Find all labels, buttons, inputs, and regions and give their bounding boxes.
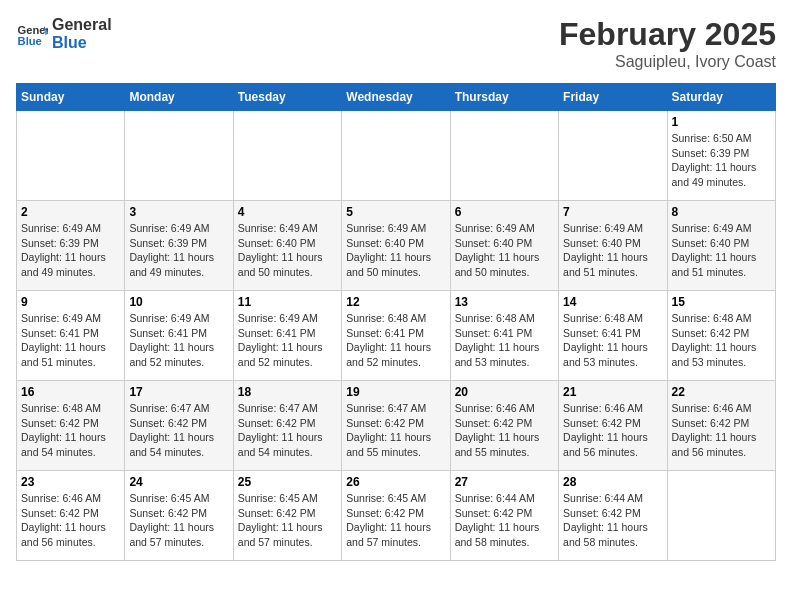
day-number: 11 (238, 295, 337, 309)
calendar-cell: 1Sunrise: 6:50 AM Sunset: 6:39 PM Daylig… (667, 111, 775, 201)
title-area: February 2025 Saguipleu, Ivory Coast (559, 16, 776, 71)
calendar-header-sunday: Sunday (17, 84, 125, 111)
day-info: Sunrise: 6:50 AM Sunset: 6:39 PM Dayligh… (672, 131, 771, 190)
day-info: Sunrise: 6:45 AM Sunset: 6:42 PM Dayligh… (129, 491, 228, 550)
day-info: Sunrise: 6:48 AM Sunset: 6:42 PM Dayligh… (21, 401, 120, 460)
day-number: 21 (563, 385, 662, 399)
day-number: 25 (238, 475, 337, 489)
calendar-cell: 9Sunrise: 6:49 AM Sunset: 6:41 PM Daylig… (17, 291, 125, 381)
calendar-cell (342, 111, 450, 201)
calendar-cell: 10Sunrise: 6:49 AM Sunset: 6:41 PM Dayli… (125, 291, 233, 381)
day-info: Sunrise: 6:46 AM Sunset: 6:42 PM Dayligh… (563, 401, 662, 460)
day-number: 24 (129, 475, 228, 489)
calendar-cell: 21Sunrise: 6:46 AM Sunset: 6:42 PM Dayli… (559, 381, 667, 471)
day-number: 19 (346, 385, 445, 399)
day-info: Sunrise: 6:47 AM Sunset: 6:42 PM Dayligh… (129, 401, 228, 460)
calendar-header-tuesday: Tuesday (233, 84, 341, 111)
calendar-cell: 8Sunrise: 6:49 AM Sunset: 6:40 PM Daylig… (667, 201, 775, 291)
svg-text:General: General (18, 24, 48, 36)
calendar-header-thursday: Thursday (450, 84, 558, 111)
calendar-cell: 4Sunrise: 6:49 AM Sunset: 6:40 PM Daylig… (233, 201, 341, 291)
calendar-cell (450, 111, 558, 201)
day-number: 7 (563, 205, 662, 219)
day-info: Sunrise: 6:48 AM Sunset: 6:41 PM Dayligh… (563, 311, 662, 370)
day-info: Sunrise: 6:49 AM Sunset: 6:39 PM Dayligh… (21, 221, 120, 280)
day-info: Sunrise: 6:49 AM Sunset: 6:41 PM Dayligh… (238, 311, 337, 370)
day-number: 13 (455, 295, 554, 309)
day-number: 2 (21, 205, 120, 219)
calendar-week-row: 9Sunrise: 6:49 AM Sunset: 6:41 PM Daylig… (17, 291, 776, 381)
day-number: 20 (455, 385, 554, 399)
location-title: Saguipleu, Ivory Coast (559, 53, 776, 71)
calendar-cell: 14Sunrise: 6:48 AM Sunset: 6:41 PM Dayli… (559, 291, 667, 381)
calendar-cell: 13Sunrise: 6:48 AM Sunset: 6:41 PM Dayli… (450, 291, 558, 381)
day-number: 26 (346, 475, 445, 489)
page-header: General Blue General Blue February 2025 … (16, 16, 776, 71)
day-number: 9 (21, 295, 120, 309)
calendar-week-row: 16Sunrise: 6:48 AM Sunset: 6:42 PM Dayli… (17, 381, 776, 471)
calendar-cell: 25Sunrise: 6:45 AM Sunset: 6:42 PM Dayli… (233, 471, 341, 561)
day-info: Sunrise: 6:47 AM Sunset: 6:42 PM Dayligh… (346, 401, 445, 460)
day-number: 28 (563, 475, 662, 489)
day-number: 27 (455, 475, 554, 489)
calendar-cell: 18Sunrise: 6:47 AM Sunset: 6:42 PM Dayli… (233, 381, 341, 471)
logo-general: General (52, 16, 112, 34)
day-info: Sunrise: 6:49 AM Sunset: 6:40 PM Dayligh… (672, 221, 771, 280)
calendar-week-row: 2Sunrise: 6:49 AM Sunset: 6:39 PM Daylig… (17, 201, 776, 291)
day-info: Sunrise: 6:44 AM Sunset: 6:42 PM Dayligh… (563, 491, 662, 550)
calendar-cell: 17Sunrise: 6:47 AM Sunset: 6:42 PM Dayli… (125, 381, 233, 471)
logo-icon: General Blue (16, 18, 48, 50)
day-number: 22 (672, 385, 771, 399)
day-info: Sunrise: 6:45 AM Sunset: 6:42 PM Dayligh… (346, 491, 445, 550)
day-info: Sunrise: 6:46 AM Sunset: 6:42 PM Dayligh… (455, 401, 554, 460)
day-number: 23 (21, 475, 120, 489)
day-info: Sunrise: 6:48 AM Sunset: 6:42 PM Dayligh… (672, 311, 771, 370)
calendar-cell: 16Sunrise: 6:48 AM Sunset: 6:42 PM Dayli… (17, 381, 125, 471)
day-info: Sunrise: 6:49 AM Sunset: 6:40 PM Dayligh… (563, 221, 662, 280)
day-number: 1 (672, 115, 771, 129)
day-info: Sunrise: 6:46 AM Sunset: 6:42 PM Dayligh… (672, 401, 771, 460)
day-number: 3 (129, 205, 228, 219)
day-number: 12 (346, 295, 445, 309)
day-info: Sunrise: 6:47 AM Sunset: 6:42 PM Dayligh… (238, 401, 337, 460)
calendar-cell: 27Sunrise: 6:44 AM Sunset: 6:42 PM Dayli… (450, 471, 558, 561)
calendar-header-monday: Monday (125, 84, 233, 111)
day-info: Sunrise: 6:49 AM Sunset: 6:40 PM Dayligh… (238, 221, 337, 280)
calendar-cell: 22Sunrise: 6:46 AM Sunset: 6:42 PM Dayli… (667, 381, 775, 471)
day-info: Sunrise: 6:49 AM Sunset: 6:41 PM Dayligh… (21, 311, 120, 370)
calendar-cell: 5Sunrise: 6:49 AM Sunset: 6:40 PM Daylig… (342, 201, 450, 291)
day-info: Sunrise: 6:44 AM Sunset: 6:42 PM Dayligh… (455, 491, 554, 550)
calendar-cell: 11Sunrise: 6:49 AM Sunset: 6:41 PM Dayli… (233, 291, 341, 381)
day-number: 18 (238, 385, 337, 399)
calendar-cell (125, 111, 233, 201)
calendar-cell: 15Sunrise: 6:48 AM Sunset: 6:42 PM Dayli… (667, 291, 775, 381)
calendar-cell: 7Sunrise: 6:49 AM Sunset: 6:40 PM Daylig… (559, 201, 667, 291)
day-number: 8 (672, 205, 771, 219)
calendar-cell (559, 111, 667, 201)
calendar-header-row: SundayMondayTuesdayWednesdayThursdayFrid… (17, 84, 776, 111)
day-info: Sunrise: 6:49 AM Sunset: 6:40 PM Dayligh… (346, 221, 445, 280)
calendar-cell: 12Sunrise: 6:48 AM Sunset: 6:41 PM Dayli… (342, 291, 450, 381)
day-info: Sunrise: 6:49 AM Sunset: 6:40 PM Dayligh… (455, 221, 554, 280)
logo: General Blue General Blue (16, 16, 112, 52)
day-number: 5 (346, 205, 445, 219)
calendar-cell: 24Sunrise: 6:45 AM Sunset: 6:42 PM Dayli… (125, 471, 233, 561)
day-info: Sunrise: 6:48 AM Sunset: 6:41 PM Dayligh… (346, 311, 445, 370)
day-info: Sunrise: 6:49 AM Sunset: 6:39 PM Dayligh… (129, 221, 228, 280)
day-number: 10 (129, 295, 228, 309)
day-info: Sunrise: 6:48 AM Sunset: 6:41 PM Dayligh… (455, 311, 554, 370)
calendar-header-saturday: Saturday (667, 84, 775, 111)
day-info: Sunrise: 6:45 AM Sunset: 6:42 PM Dayligh… (238, 491, 337, 550)
calendar-cell (667, 471, 775, 561)
calendar-cell: 2Sunrise: 6:49 AM Sunset: 6:39 PM Daylig… (17, 201, 125, 291)
calendar-cell: 23Sunrise: 6:46 AM Sunset: 6:42 PM Dayli… (17, 471, 125, 561)
calendar-cell (233, 111, 341, 201)
day-info: Sunrise: 6:46 AM Sunset: 6:42 PM Dayligh… (21, 491, 120, 550)
day-number: 14 (563, 295, 662, 309)
calendar-header-wednesday: Wednesday (342, 84, 450, 111)
calendar-header-friday: Friday (559, 84, 667, 111)
day-info: Sunrise: 6:49 AM Sunset: 6:41 PM Dayligh… (129, 311, 228, 370)
calendar-cell (17, 111, 125, 201)
month-title: February 2025 (559, 16, 776, 53)
calendar-cell: 20Sunrise: 6:46 AM Sunset: 6:42 PM Dayli… (450, 381, 558, 471)
